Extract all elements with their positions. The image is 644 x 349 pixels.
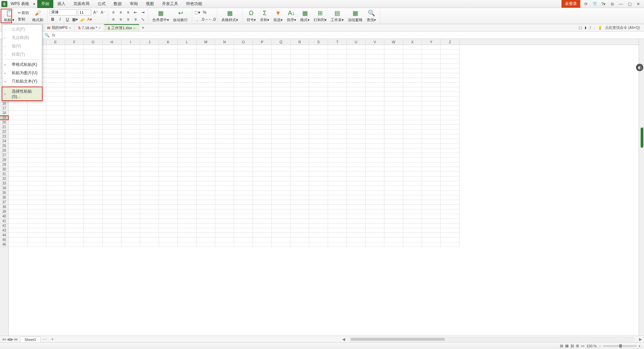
- cell[interactable]: [403, 195, 422, 200]
- cell[interactable]: [234, 153, 253, 158]
- cell[interactable]: [366, 106, 384, 111]
- cell[interactable]: [121, 172, 140, 177]
- cell[interactable]: [328, 97, 347, 101]
- cell[interactable]: [140, 238, 159, 242]
- cell[interactable]: [234, 205, 253, 209]
- cell[interactable]: [103, 153, 121, 158]
- cell[interactable]: [309, 83, 328, 87]
- cell[interactable]: [215, 238, 234, 242]
- cell[interactable]: [197, 59, 215, 64]
- dec-dec-icon[interactable]: ←.0: [209, 16, 215, 22]
- cell[interactable]: [441, 78, 460, 83]
- cell[interactable]: [422, 209, 441, 214]
- cell[interactable]: [347, 172, 366, 177]
- col-header-O[interactable]: O: [234, 39, 253, 45]
- cell[interactable]: [121, 233, 140, 238]
- cell[interactable]: [328, 92, 347, 97]
- toolbar-icon-2[interactable]: ◗: [585, 26, 587, 30]
- cell[interactable]: [215, 59, 234, 64]
- row-header-34[interactable]: 34: [0, 186, 8, 191]
- cell[interactable]: [65, 125, 84, 130]
- cell[interactable]: [309, 214, 328, 219]
- cell[interactable]: [234, 125, 253, 130]
- cell[interactable]: [441, 134, 460, 139]
- cell[interactable]: [197, 101, 215, 106]
- cell[interactable]: [65, 158, 84, 162]
- cell[interactable]: [121, 139, 140, 144]
- cell[interactable]: [84, 219, 103, 223]
- cell[interactable]: [309, 177, 328, 181]
- cell[interactable]: [309, 238, 328, 242]
- cell[interactable]: [234, 209, 253, 214]
- format-painter-button[interactable]: 🖌 格式刷: [30, 9, 45, 23]
- row-header-23[interactable]: 23: [0, 134, 8, 139]
- cell[interactable]: [384, 134, 403, 139]
- cell[interactable]: [234, 101, 253, 106]
- cell[interactable]: [272, 172, 290, 177]
- cell[interactable]: [215, 214, 234, 219]
- cell[interactable]: [328, 186, 347, 191]
- cell[interactable]: [272, 153, 290, 158]
- cell[interactable]: [28, 162, 46, 167]
- cell[interactable]: [46, 97, 65, 101]
- cell[interactable]: [103, 73, 121, 78]
- cell[interactable]: [46, 111, 65, 115]
- cell[interactable]: [290, 45, 309, 50]
- cell[interactable]: [215, 162, 234, 167]
- cell[interactable]: [84, 172, 103, 177]
- cell[interactable]: [140, 92, 159, 97]
- cell[interactable]: [84, 92, 103, 97]
- cell[interactable]: [272, 177, 290, 181]
- cell[interactable]: [234, 162, 253, 167]
- cell[interactable]: [253, 111, 272, 115]
- app-menu-drop[interactable]: ▾: [31, 2, 37, 6]
- cell[interactable]: [347, 200, 366, 205]
- cell[interactable]: [253, 73, 272, 78]
- cell[interactable]: [121, 125, 140, 130]
- cell[interactable]: [253, 68, 272, 73]
- cell[interactable]: [309, 50, 328, 54]
- cell[interactable]: [215, 205, 234, 209]
- cell[interactable]: [272, 106, 290, 111]
- cell[interactable]: [366, 186, 384, 191]
- cell[interactable]: [290, 153, 309, 158]
- symbol-button[interactable]: Ω符号▾: [245, 9, 258, 23]
- cell[interactable]: [159, 83, 178, 87]
- cell[interactable]: [140, 125, 159, 130]
- cell[interactable]: [347, 148, 366, 153]
- doc-icon[interactable]: ▤: [560, 344, 563, 348]
- cell[interactable]: [215, 181, 234, 186]
- cell[interactable]: [140, 87, 159, 92]
- cell[interactable]: [46, 59, 65, 64]
- cell[interactable]: [65, 101, 84, 106]
- cell[interactable]: [234, 228, 253, 233]
- cell[interactable]: [215, 45, 234, 50]
- cell[interactable]: [65, 73, 84, 78]
- cell[interactable]: [28, 238, 46, 242]
- cell[interactable]: [178, 158, 197, 162]
- cell[interactable]: [422, 83, 441, 87]
- cell[interactable]: [28, 195, 46, 200]
- cell[interactable]: [384, 186, 403, 191]
- cell[interactable]: [253, 148, 272, 153]
- cell[interactable]: [65, 92, 84, 97]
- cell[interactable]: [234, 115, 253, 120]
- add-doc-tab[interactable]: +: [139, 26, 147, 30]
- cell[interactable]: [234, 172, 253, 177]
- cell[interactable]: [347, 134, 366, 139]
- cell[interactable]: [65, 177, 84, 181]
- cell[interactable]: [309, 45, 328, 50]
- cell[interactable]: [234, 186, 253, 191]
- cell[interactable]: [366, 172, 384, 177]
- cell[interactable]: [422, 78, 441, 83]
- cell[interactable]: [328, 59, 347, 64]
- cell[interactable]: [347, 181, 366, 186]
- row-header-45[interactable]: 45: [0, 238, 8, 242]
- cell[interactable]: [272, 115, 290, 120]
- cell[interactable]: [366, 219, 384, 223]
- window-minimize[interactable]: —: [618, 2, 624, 6]
- sheet-nav[interactable]: ⏮◀▶⏭: [0, 337, 20, 342]
- row-header-33[interactable]: 33: [0, 181, 8, 186]
- cell[interactable]: [441, 153, 460, 158]
- cell[interactable]: [253, 223, 272, 228]
